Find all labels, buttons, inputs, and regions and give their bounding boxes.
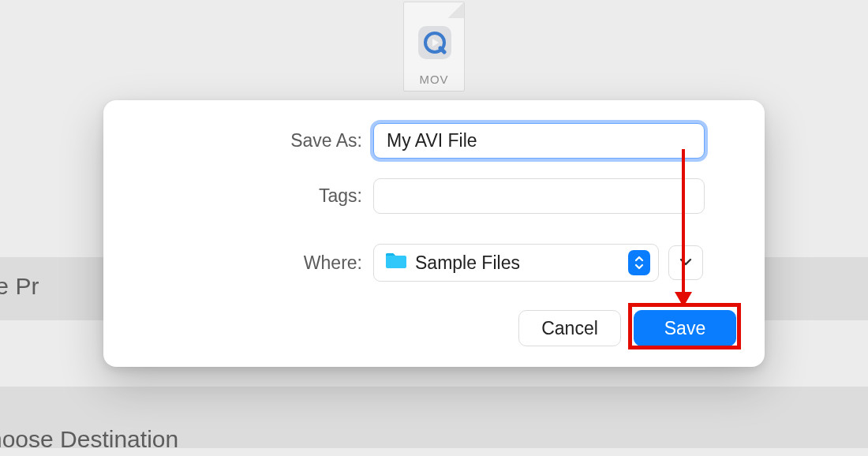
- save-sheet-dialog: Save As: Tags: Where: Sample Files: [103, 100, 765, 367]
- folder-icon: [385, 252, 407, 274]
- save-as-input[interactable]: [373, 123, 705, 159]
- file-extension-label: MOV: [404, 73, 464, 86]
- file-icon-mov: MOV: [403, 2, 465, 92]
- quicktime-app-icon: [418, 26, 451, 59]
- cancel-button[interactable]: Cancel: [518, 310, 621, 346]
- chevron-down-icon: [679, 256, 693, 270]
- tags-label: Tags:: [103, 185, 373, 207]
- up-down-icon: [628, 250, 650, 275]
- expand-browser-button[interactable]: [668, 245, 703, 280]
- tags-input[interactable]: [373, 178, 705, 214]
- where-folder-popup[interactable]: Sample Files: [373, 244, 659, 282]
- cancel-button-label: Cancel: [541, 318, 598, 339]
- svg-marker-1: [432, 39, 439, 47]
- save-button-label: Save: [664, 318, 705, 339]
- save-as-label: Save As:: [103, 130, 373, 151]
- background-text: hoose Destination: [0, 426, 178, 453]
- where-folder-name: Sample Files: [415, 252, 520, 274]
- save-button[interactable]: Save: [634, 310, 736, 346]
- background-text: oose Pr: [0, 273, 39, 300]
- where-label: Where:: [103, 252, 373, 274]
